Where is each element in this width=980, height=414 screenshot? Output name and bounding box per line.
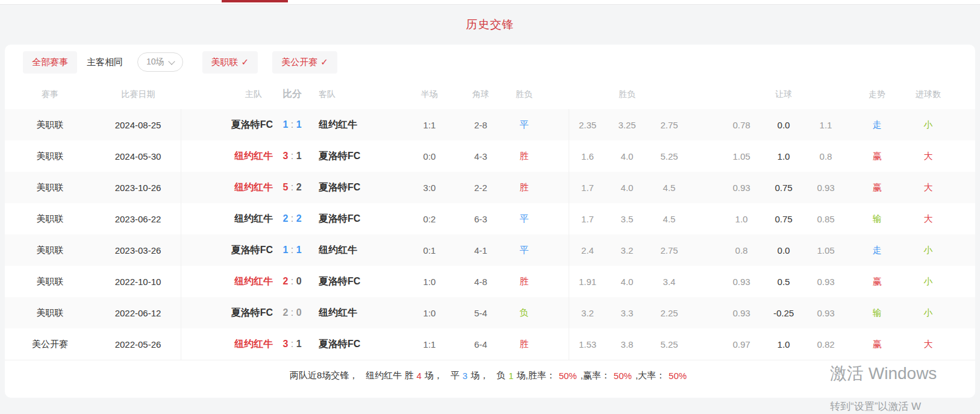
table-row: 美职联2023-03-26夏洛特FC1 : 1纽约红牛0:14-1平2.43.2… — [5, 234, 975, 266]
row-spacer — [949, 172, 975, 203]
full-time-score: 5 : 2 — [273, 172, 311, 203]
summary-text: 场, — [516, 370, 528, 381]
row-spacer — [690, 203, 720, 234]
handicap-line: 1.0 — [763, 328, 805, 360]
summary-text: 平 — [451, 370, 460, 381]
away-team-name: 纽约红牛 — [311, 234, 402, 266]
row-spacer — [949, 140, 975, 172]
handicap-line: 0.75 — [763, 203, 805, 234]
odds-loss: 2.75 — [648, 109, 690, 140]
score-part: 3 — [282, 151, 288, 162]
half-time-score: 0:2 — [402, 203, 457, 234]
table-row: 美职联2023-10-26纽约红牛5 : 2夏洛特FC3:02-2胜1.74.0… — [5, 172, 975, 203]
half-time-score: 1:0 — [402, 266, 457, 297]
event-name: 美公开赛 — [5, 328, 95, 360]
handicap-trend: 输 — [847, 203, 907, 234]
header-score: 比分 — [273, 80, 311, 109]
home-team-name: 纽约红牛 — [181, 203, 273, 234]
score-part: 3 — [282, 339, 288, 350]
summary-win-count: 4 — [416, 371, 421, 381]
corner-score: 6-4 — [457, 328, 505, 360]
handicap-line: 1.0 — [763, 140, 805, 172]
corner-score: 4-1 — [457, 234, 505, 266]
home-away-same-filter[interactable]: 主客相同 — [87, 57, 123, 68]
section-header: 历史交锋 — [0, 5, 980, 45]
win-loss-result: 平 — [505, 203, 543, 234]
win-loss-result: 胜 — [505, 140, 543, 172]
summary-text: ,大率： — [635, 370, 665, 381]
odds-win: 1.91 — [569, 266, 606, 297]
away-team-name: 夏洛特FC — [311, 328, 402, 360]
header-spacer — [949, 80, 975, 109]
full-time-score: 1 : 1 — [273, 234, 311, 266]
header-event: 赛事 — [5, 80, 95, 109]
match-date: 2024-05-30 — [95, 140, 181, 172]
score-part: 2 — [296, 182, 302, 193]
handicap-line: -0.25 — [763, 297, 805, 328]
header-spacer — [690, 80, 720, 109]
handicap-line: 0.0 — [763, 234, 805, 266]
handicap-trend: 赢 — [847, 266, 907, 297]
score-part: : — [288, 307, 296, 318]
odds-win: 2.35 — [569, 109, 606, 140]
away-team-name: 夏洛特FC — [311, 172, 402, 203]
score-part: : — [288, 182, 296, 193]
odds-win: 1.7 — [569, 203, 606, 234]
table-row: 美职联2022-06-12夏洛特FC2 : 0纽约红牛1:05-4负3.23.3… — [5, 297, 975, 328]
score-part: 0 — [296, 276, 302, 287]
header-corners: 角球 — [457, 80, 505, 109]
handicap-trend: 赢 — [847, 140, 907, 172]
row-spacer — [949, 109, 975, 140]
header-trend: 走势 — [847, 80, 907, 109]
full-time-score: 3 : 1 — [273, 140, 311, 172]
match-count-dropdown[interactable]: 10场 — [137, 52, 183, 72]
league-filter-mls[interactable]: 美职联 ✓ — [202, 51, 258, 74]
row-spacer — [949, 203, 975, 234]
score-part: 1 — [282, 245, 288, 256]
handicap-trend: 走 — [847, 234, 907, 266]
handicap-line: 0.75 — [763, 172, 805, 203]
summary-text: 胜率： — [528, 370, 555, 381]
league-filter-us-open-cup[interactable]: 美公开赛 ✓ — [272, 51, 337, 74]
handicap-away-odds: 0.93 — [805, 266, 847, 297]
handicap-home-odds: 0.93 — [720, 297, 763, 328]
all-events-button[interactable]: 全部赛事 — [23, 51, 77, 74]
league-filter-label: 美职联 — [211, 57, 239, 68]
odds-win: 1.7 — [569, 172, 606, 203]
summary-loss-count: 1 — [508, 371, 513, 381]
away-team-name: 纽约红牛 — [311, 109, 402, 140]
away-team-name: 夏洛特FC — [311, 140, 402, 172]
row-spacer — [690, 234, 720, 266]
win-loss-result: 负 — [505, 297, 543, 328]
score-part: : — [288, 339, 296, 350]
row-spacer — [543, 140, 569, 172]
check-icon: ✓ — [320, 57, 328, 67]
event-name: 美职联 — [5, 203, 95, 234]
half-time-score: 3:0 — [402, 172, 457, 203]
active-tab-indicator — [222, 0, 288, 2]
handicap-home-odds: 0.78 — [720, 109, 763, 140]
odds-draw: 3.8 — [606, 328, 648, 360]
home-team-name: 夏洛特FC — [181, 109, 273, 140]
score-part: 5 — [282, 182, 288, 193]
header-spacer — [805, 80, 847, 109]
odds-draw: 3.3 — [606, 297, 648, 328]
summary-draw-count: 3 — [463, 371, 467, 381]
match-date: 2023-10-26 — [95, 172, 181, 203]
row-spacer — [543, 297, 569, 328]
event-name: 美职联 — [5, 109, 95, 140]
filter-bar: 全部赛事 主客相同 10场 美职联 ✓ 美公开赛 ✓ — [5, 45, 975, 80]
check-icon: ✓ — [242, 57, 249, 67]
score-part: 1 — [296, 119, 302, 130]
win-loss-result: 胜 — [505, 172, 543, 203]
header-date: 比赛日期 — [95, 80, 181, 109]
home-team-name: 纽约红牛 — [181, 172, 273, 203]
away-team-name: 夏洛特FC — [311, 266, 402, 297]
home-team-name: 纽约红牛 — [181, 266, 273, 297]
table-row: 美职联2022-10-10纽约红牛2 : 0夏洛特FC1:04-8胜1.914.… — [5, 266, 975, 297]
win-loss-result: 平 — [505, 234, 543, 266]
handicap-away-odds: 0.8 — [805, 140, 847, 172]
corner-score: 2-8 — [457, 109, 505, 140]
score-part: 2 — [282, 276, 288, 287]
handicap-home-odds: 0.97 — [720, 328, 763, 360]
